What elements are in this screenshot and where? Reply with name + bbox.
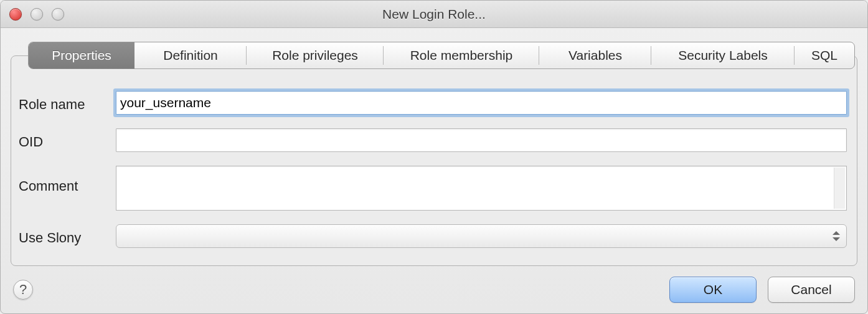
tab-definition[interactable]: Definition — [134, 42, 247, 69]
ok-button[interactable]: OK — [669, 277, 757, 303]
chevron-up-icon — [833, 231, 840, 235]
tab-panel: Role name OID Comment — [11, 55, 857, 266]
tab-security-labels[interactable]: Security Labels — [651, 42, 795, 69]
row-comment: Comment — [16, 166, 847, 211]
tab-role-membership[interactable]: Role membership — [384, 42, 539, 69]
chevron-down-icon — [833, 237, 840, 241]
footer: ? OK Cancel — [1, 266, 867, 313]
scrollbar[interactable] — [834, 168, 845, 209]
help-button[interactable]: ? — [13, 280, 33, 300]
use-slony-combobox[interactable] — [116, 224, 847, 248]
role-name-input[interactable] — [116, 91, 847, 115]
tab-sql[interactable]: SQL — [795, 42, 854, 69]
label-comment: Comment — [16, 166, 116, 194]
tab-role-privileges[interactable]: Role privileges — [247, 42, 384, 69]
row-use-slony: Use Slony — [16, 224, 847, 248]
tab-variables[interactable]: Variables — [539, 42, 651, 69]
cancel-button[interactable]: Cancel — [768, 277, 855, 303]
content-area: Role name OID Comment — [1, 28, 867, 313]
oid-input[interactable] — [116, 128, 847, 152]
properties-form: Role name OID Comment — [11, 85, 857, 248]
comment-textarea[interactable] — [116, 166, 847, 211]
label-oid: OID — [16, 130, 116, 150]
row-oid: OID — [16, 128, 847, 152]
window-controls — [9, 8, 64, 21]
row-role-name: Role name — [16, 91, 847, 115]
titlebar: New Login Role... — [1, 1, 867, 28]
tab-properties[interactable]: Properties — [29, 42, 134, 69]
dialog-window: New Login Role... Role name OID — [0, 0, 868, 314]
minimize-icon[interactable] — [31, 8, 43, 21]
label-role-name: Role name — [16, 93, 116, 113]
zoom-icon[interactable] — [52, 8, 64, 21]
tabstrip: Properties Definition Role privileges Ro… — [28, 42, 855, 69]
label-use-slony: Use Slony — [16, 226, 116, 246]
stepper-icon — [833, 231, 842, 241]
window-title: New Login Role... — [382, 7, 486, 22]
close-icon[interactable] — [9, 8, 22, 21]
